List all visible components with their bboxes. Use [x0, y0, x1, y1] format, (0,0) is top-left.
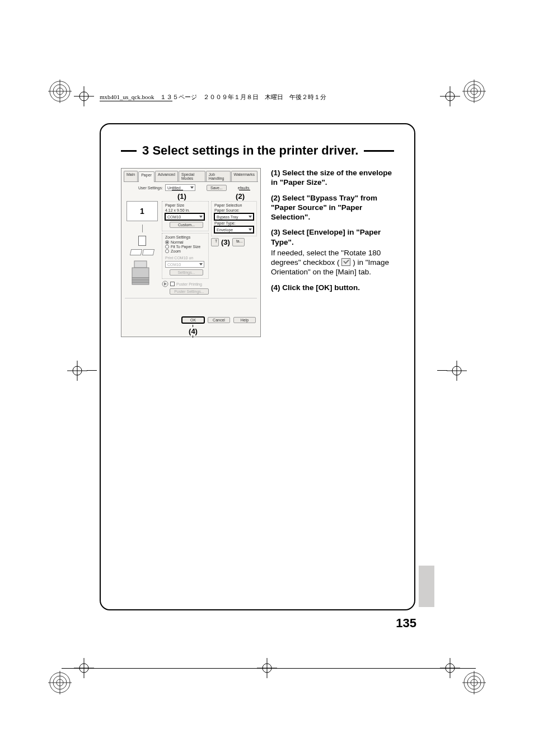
tab-main[interactable]: Main [124, 171, 138, 181]
crop-cross-icon [74, 86, 94, 106]
poster-checkbox[interactable] [170, 282, 175, 286]
step-heading: 3 Select settings in the printer driver. [121, 143, 394, 158]
callout-4: (4) [189, 327, 198, 335]
radio-normal[interactable] [165, 240, 169, 244]
page-info: １３５ページ [160, 94, 197, 100]
content-frame: 3 Select settings in the printer driver.… [100, 123, 415, 610]
poster-arrow-icon [162, 281, 168, 287]
orientation-icon [138, 236, 146, 246]
paper-selection-panel: Paper Selection Paper Source: Bypass Tra… [211, 201, 257, 236]
svg-rect-42 [132, 268, 149, 278]
print-on-label: Print COM10 on [165, 256, 205, 260]
step-number: 3 [142, 143, 149, 157]
time: 午後２時１分 [289, 94, 326, 100]
svg-rect-44 [132, 280, 149, 282]
defaults-label[interactable]: efaults [238, 186, 250, 190]
instruction-4: (4) Click the [OK] button. [271, 283, 394, 292]
save-button[interactable]: Save... [207, 185, 227, 191]
dialog-tabs: Main Paper Advanced Special Modes Job Ha… [124, 171, 258, 182]
callout-3: (3) [221, 238, 230, 246]
page-preview: 1 [127, 201, 158, 221]
weekday: 木曜日 [265, 94, 283, 100]
poster-label: Poster Printing [176, 282, 202, 286]
printer-icon [131, 259, 153, 287]
zoom-panel: Zoom Settings Normal Fit To Paper Size Z… [162, 233, 209, 279]
print-on-combo: COM10 [165, 261, 204, 268]
cancel-button[interactable]: Cancel [208, 317, 230, 323]
user-settings-label: User Settings: [138, 186, 163, 190]
instruction-3: (3) Select [Envelope] in "Paper Type". I… [271, 227, 394, 277]
instruction-2: (2) Select "Bypass Tray" from "Paper Sou… [271, 193, 394, 222]
tray-button-left[interactable]: T [211, 238, 219, 246]
tab-advanced[interactable]: Advanced [155, 171, 178, 181]
callout-2: (2) [236, 192, 245, 200]
paper-size-icon [142, 249, 154, 255]
svg-rect-45 [132, 282, 149, 284]
tray-button-right[interactable]: ta... [232, 238, 245, 246]
help-button[interactable]: Help [233, 317, 256, 323]
printer-driver-dialog: Main Paper Advanced Special Modes Job Ha… [121, 168, 261, 337]
tab-paper[interactable]: Paper [138, 171, 154, 182]
paper-source-label: Paper Source: [214, 208, 254, 212]
hairline [87, 370, 97, 371]
book-header: mxb401_us_qck.book １３５ページ ２００９年１月８日 木曜日 … [100, 93, 480, 101]
instruction-1: (1) Select the size of the envelope in "… [271, 168, 394, 188]
tab-job-handling[interactable]: Job Handling [206, 171, 231, 181]
settings-button: Settings... [170, 269, 203, 276]
svg-rect-41 [134, 261, 147, 268]
crop-cross-icon [447, 361, 467, 381]
paper-size-icon [130, 249, 142, 255]
svg-rect-43 [132, 278, 149, 280]
callout-1: (1) [177, 192, 186, 200]
paper-size-panel: Paper Size 4.12 x 9.50 in. COM10 Custom.… [162, 201, 209, 231]
zoom-label: Zoom Settings [165, 235, 205, 239]
paper-size-combo[interactable]: COM10 [165, 213, 204, 220]
tab-special-modes[interactable]: Special Modes [179, 171, 205, 181]
footer-rule [62, 668, 476, 669]
paper-type-label: Paper Type: [214, 221, 254, 225]
paper-source-combo[interactable]: Bypass Tray [214, 213, 254, 220]
paper-size-dim: 4.12 x 9.50 in. [165, 208, 205, 212]
tab-watermarks[interactable]: Watermarks [231, 171, 257, 181]
page-number: 135 [396, 616, 416, 631]
registration-mark-icon [48, 671, 72, 694]
hairline [437, 370, 447, 371]
paper-size-label: Paper Size [165, 203, 205, 207]
side-tab [419, 566, 434, 607]
registration-mark-icon [48, 80, 72, 103]
instructions: (1) Select the size of the envelope in "… [271, 168, 394, 298]
ok-button[interactable]: OK [182, 317, 204, 323]
crop-cross-icon [67, 361, 87, 381]
date: ２００９年１月８日 [203, 94, 259, 100]
radio-fit[interactable] [165, 245, 169, 249]
book-name: mxb401_us_qck.book [100, 94, 154, 100]
preview-pane: 1 [125, 201, 160, 295]
paper-selection-label: Paper Selection [214, 203, 254, 207]
checkbox-icon [341, 258, 350, 266]
registration-mark-icon [462, 671, 486, 694]
paper-type-combo[interactable]: Envelope [214, 226, 254, 233]
custom-button[interactable]: Custom... [170, 222, 203, 228]
radio-zoom[interactable] [165, 249, 169, 253]
poster-settings-button: Poster Settings... [170, 288, 209, 295]
step-title: Select settings in the printer driver. [152, 143, 358, 157]
